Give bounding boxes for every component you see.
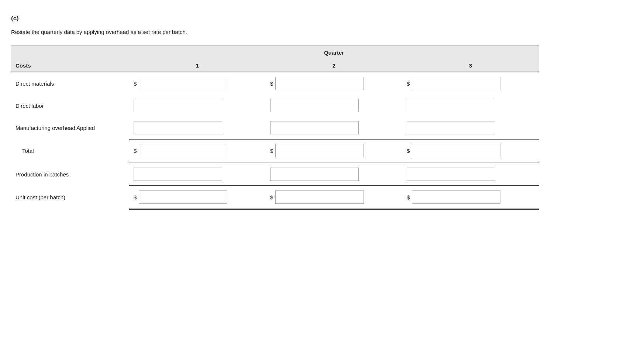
q3-header: 3 (402, 59, 539, 72)
costs-header: Costs (11, 59, 129, 72)
mfg-overhead-q1-input[interactable] (134, 121, 222, 134)
q2-header: 2 (266, 59, 402, 72)
unit-cost-q3-input[interactable] (412, 190, 500, 204)
direct-materials-q1-input[interactable] (139, 77, 227, 90)
table-row: Direct labor (11, 95, 539, 117)
table-row: Manufacturing overhead Applied (11, 117, 539, 139)
production-batches-label: Production in batches (11, 163, 129, 185)
total-q2-wrapper: $ (270, 144, 398, 157)
total-q2-input[interactable] (275, 144, 364, 157)
data-table: Quarter Costs 1 2 3 Direct materials$$$D… (11, 45, 539, 210)
direct-labor-q3-input[interactable] (407, 99, 495, 112)
quarter-header: Quarter (129, 45, 539, 59)
total-q3-input[interactable] (412, 144, 500, 157)
total-q3-cell: $ (402, 140, 539, 162)
production-batches-q1-input[interactable] (134, 168, 222, 181)
direct-materials-label: Direct materials (11, 72, 129, 95)
direct-materials-q2-cell: $ (266, 72, 402, 95)
direct-materials-q1-cell: $ (129, 72, 266, 95)
dollar-sign: $ (134, 148, 137, 154)
dollar-sign: $ (270, 148, 273, 154)
mfg-overhead-label: Manufacturing overhead Applied (11, 117, 129, 139)
unit-cost-q1-wrapper: $ (134, 190, 261, 204)
dollar-sign: $ (270, 194, 273, 200)
unit-cost-q1-cell: $ (129, 186, 266, 208)
total-label: Total (11, 140, 129, 162)
direct-labor-q3-cell (402, 95, 539, 117)
mfg-overhead-q2-cell (266, 117, 402, 139)
total-q1-cell: $ (129, 140, 266, 162)
unit-cost-q3-wrapper: $ (407, 190, 534, 204)
direct-labor-label: Direct labor (11, 95, 129, 117)
direct-materials-q2-input[interactable] (275, 77, 364, 90)
double-line-q2 (266, 208, 402, 210)
total-q1-input[interactable] (139, 144, 227, 157)
direct-materials-q2-wrapper: $ (270, 77, 398, 90)
production-batches-q1-cell (129, 163, 266, 185)
double-line-q3 (402, 208, 539, 210)
instruction: Restate the quarterly data by applying o… (11, 29, 633, 35)
unit-cost-q1-input[interactable] (139, 190, 227, 204)
direct-materials-q3-input[interactable] (412, 77, 500, 90)
dollar-sign: $ (134, 80, 137, 87)
total-q3-wrapper: $ (407, 144, 534, 157)
section-label: (c) (11, 15, 633, 22)
direct-materials-q3-cell: $ (402, 72, 539, 95)
direct-materials-q3-wrapper: $ (407, 77, 534, 90)
unit-cost-q2-wrapper: $ (270, 190, 398, 204)
mfg-overhead-q3-cell (402, 117, 539, 139)
q1-header: 1 (129, 59, 266, 72)
unit-cost-q3-cell: $ (402, 186, 539, 208)
production-batches-q2-cell (266, 163, 402, 185)
production-batches-q2-input[interactable] (270, 168, 359, 181)
double-line-q1 (129, 208, 266, 210)
table-row: Direct materials$$$ (11, 72, 539, 95)
table-row: Unit cost (per batch)$$$ (11, 186, 539, 208)
direct-materials-q1-wrapper: $ (134, 77, 261, 90)
double-line-row (11, 208, 539, 210)
direct-labor-q1-input[interactable] (134, 99, 222, 112)
direct-labor-q1-cell (129, 95, 266, 117)
production-batches-q3-input[interactable] (407, 168, 495, 181)
dollar-sign: $ (407, 148, 410, 154)
dollar-sign: $ (407, 80, 410, 87)
table-row: Total$$$ (11, 140, 539, 162)
quarter-header-row: Quarter (11, 45, 539, 59)
dollar-sign: $ (407, 194, 410, 200)
table-row: Production in batches (11, 163, 539, 185)
sub-header-row: Costs 1 2 3 (11, 59, 539, 72)
mfg-overhead-q2-input[interactable] (270, 121, 359, 134)
unit-cost-q2-cell: $ (266, 186, 402, 208)
dollar-sign: $ (270, 80, 273, 87)
empty-header-cell (11, 45, 129, 59)
mfg-overhead-q1-cell (129, 117, 266, 139)
unit-cost-label: Unit cost (per batch) (11, 186, 129, 208)
direct-labor-q2-cell (266, 95, 402, 117)
mfg-overhead-q3-input[interactable] (407, 121, 495, 134)
total-q2-cell: $ (266, 140, 402, 162)
production-batches-q3-cell (402, 163, 539, 185)
direct-labor-q2-input[interactable] (270, 99, 359, 112)
total-q1-wrapper: $ (134, 144, 261, 157)
unit-cost-q2-input[interactable] (275, 190, 364, 204)
dollar-sign: $ (134, 194, 137, 200)
